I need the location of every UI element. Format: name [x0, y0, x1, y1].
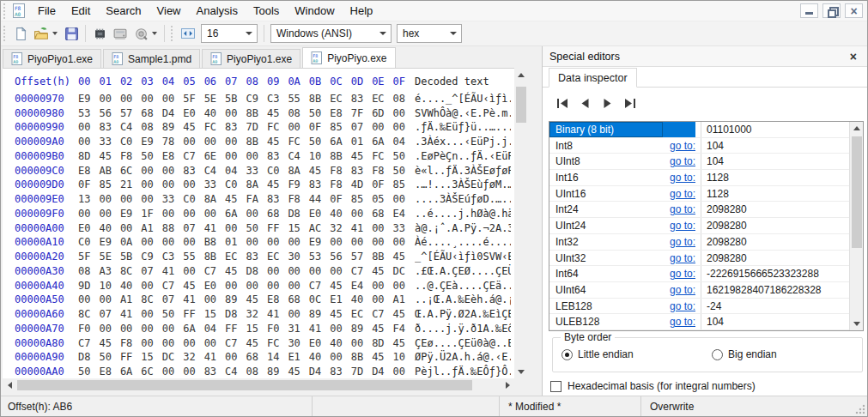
hex-byte[interactable]: 00	[267, 235, 288, 250]
hex-byte[interactable]: 7D	[246, 120, 267, 135]
hex-byte[interactable]: 83	[309, 178, 330, 192]
hex-byte[interactable]: 15	[288, 221, 308, 236]
hex-byte[interactable]: 10	[393, 350, 414, 365]
hex-byte[interactable]: 45	[183, 120, 203, 135]
hex-byte[interactable]: 40	[330, 336, 350, 351]
hex-row-bytes[interactable]: 0000A18C0741008945E8680CE14000A1	[78, 293, 415, 307]
hex-row-bytes[interactable]: E04000A18807410050FF15AC32410033	[78, 221, 415, 236]
hex-byte[interactable]: 00	[162, 322, 183, 336]
hex-byte[interactable]: 04	[393, 135, 414, 149]
hex-byte[interactable]: A1	[393, 293, 414, 307]
hex-byte[interactable]: F8	[372, 164, 392, 178]
hex-byte[interactable]: 33	[99, 135, 119, 149]
menu-search[interactable]: Search	[98, 2, 149, 20]
hex-byte[interactable]: E0	[183, 106, 203, 121]
hex-row-bytes[interactable]: 5F5E5BC9C3558BEC83EC305356578B45	[78, 250, 415, 264]
hex-byte[interactable]: 40	[309, 350, 330, 365]
scroll-up-arrow[interactable]	[514, 68, 528, 82]
hex-byte[interactable]: 0C	[309, 293, 330, 307]
hex-byte[interactable]: 00	[183, 135, 203, 149]
hex-byte[interactable]: 00	[393, 235, 414, 250]
inspector-row-value[interactable]: -2226915666523323288	[701, 266, 863, 281]
hex-byte[interactable]: 68	[372, 207, 392, 221]
hex-byte[interactable]: 08	[141, 120, 161, 135]
hex-byte[interactable]: 00	[141, 92, 161, 106]
hex-byte[interactable]: 6A	[330, 135, 350, 149]
minimize-button[interactable]	[800, 3, 818, 18]
hex-byte[interactable]: 8B	[246, 106, 267, 121]
hex-byte[interactable]: C7	[204, 264, 225, 279]
hex-byte[interactable]: 00	[162, 164, 183, 178]
hex-byte[interactable]: 56	[99, 106, 119, 121]
hex-byte[interactable]: 50	[309, 106, 330, 121]
hex-byte[interactable]: 8B	[330, 149, 350, 164]
hex-byte[interactable]: 00	[141, 178, 161, 192]
hex-row-bytes[interactable]: 53565768D4E040008B450850E87F6D00	[78, 106, 415, 121]
hex-byte[interactable]: C7	[162, 279, 183, 293]
hex-byte[interactable]: 45	[267, 178, 288, 192]
hex-byte[interactable]: 00	[351, 336, 372, 351]
hex-byte[interactable]: F8	[120, 149, 141, 164]
hex-byte[interactable]: 50	[141, 149, 161, 164]
hex-byte[interactable]: 8B	[372, 250, 392, 264]
open-file-button[interactable]	[31, 23, 52, 44]
hex-basis-checkbox-row[interactable]: Hexadecimal basis (for integral numbers)	[550, 380, 756, 392]
hex-byte[interactable]: 00	[393, 365, 414, 378]
hex-byte[interactable]: C7	[372, 307, 392, 322]
hex-byte[interactable]: 00	[78, 207, 99, 221]
hex-byte[interactable]: 00	[183, 264, 203, 279]
hex-byte[interactable]: 83	[183, 164, 203, 178]
hex-byte[interactable]: 78	[162, 135, 183, 149]
hex-byte[interactable]: 00	[372, 293, 392, 307]
hex-byte[interactable]: C7	[309, 279, 330, 293]
hex-byte[interactable]: FA	[246, 192, 267, 207]
previous-byte-button[interactable]	[578, 97, 592, 110]
hex-byte[interactable]: EC	[330, 92, 350, 106]
inspector-row-value[interactable]: 2098280	[701, 251, 863, 266]
hex-byte[interactable]: D8	[246, 264, 267, 279]
hex-byte[interactable]: 32	[183, 350, 203, 365]
hex-byte[interactable]: 08	[78, 264, 99, 279]
hex-byte[interactable]: 85	[351, 192, 372, 207]
hex-byte[interactable]: 45	[267, 106, 288, 121]
hex-byte[interactable]: 89	[162, 120, 183, 135]
hex-byte[interactable]: C3	[267, 92, 288, 106]
hex-byte[interactable]: 45	[330, 279, 350, 293]
hex-row-decoded[interactable]: .EøPèÇn..ƒÄ.‹EüP	[415, 149, 511, 164]
hex-byte[interactable]: 45	[351, 149, 372, 164]
status-mode[interactable]: Overwrite	[640, 396, 867, 416]
hex-byte[interactable]: 89	[225, 293, 246, 307]
hex-byte[interactable]: 53	[309, 250, 330, 264]
hex-row-decoded[interactable]: .£Œ.A.ÇEØ....ÇEÜ	[415, 264, 511, 279]
hex-byte[interactable]: 00	[351, 207, 372, 221]
open-disk-button[interactable]	[110, 23, 131, 44]
hex-byte[interactable]: 41	[351, 221, 372, 236]
hex-byte[interactable]: C0	[267, 164, 288, 178]
hex-byte[interactable]: 6C	[141, 365, 161, 378]
menu-window[interactable]: Window	[287, 2, 342, 20]
hex-byte[interactable]: 7F	[351, 106, 372, 121]
hex-byte[interactable]: C0	[78, 235, 99, 250]
hex-byte[interactable]: 6A	[372, 135, 392, 149]
hex-byte[interactable]: 83	[330, 365, 350, 378]
new-file-button[interactable]	[10, 23, 31, 44]
hex-byte[interactable]: 83	[204, 365, 225, 378]
hex-byte[interactable]: 00	[204, 207, 225, 221]
hex-byte[interactable]: C4	[225, 365, 246, 378]
hex-byte[interactable]: 00	[330, 264, 350, 279]
hex-byte[interactable]: F0	[78, 322, 99, 336]
hex-byte[interactable]: 00	[330, 235, 350, 250]
menu-edit[interactable]: Edit	[64, 2, 98, 20]
go-to-link[interactable]: go to:	[663, 314, 695, 329]
hex-byte[interactable]: 89	[309, 307, 330, 322]
hex-byte[interactable]: 00	[162, 207, 183, 221]
inspector-row-value[interactable]: 104	[701, 314, 863, 329]
hex-byte[interactable]: 00	[78, 293, 99, 307]
go-to-link[interactable]: go to:	[663, 154, 695, 169]
go-to-link[interactable]: go to:	[663, 170, 695, 185]
bytes-per-row-combo[interactable]: 16	[201, 24, 258, 43]
hex-byte[interactable]: F4	[393, 322, 414, 336]
menu-help[interactable]: Help	[343, 2, 381, 20]
hex-byte[interactable]: 45	[246, 293, 267, 307]
hex-byte[interactable]: 68	[288, 293, 308, 307]
